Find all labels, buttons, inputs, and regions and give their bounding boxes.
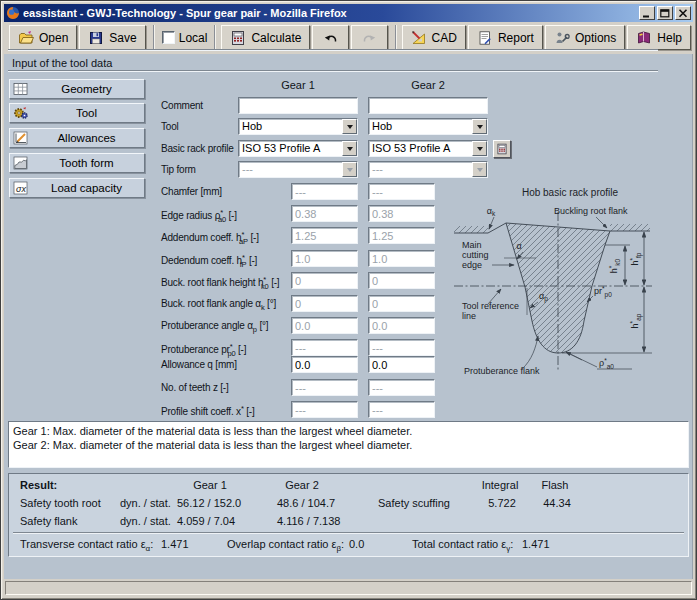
tool-gear2-select[interactable]: Hob [368,118,488,135]
toolbar-separator [395,25,397,50]
comment-gear2-input[interactable] [368,97,488,114]
sidebar-item-tooth-form[interactable]: Tooth form [9,153,145,173]
profile-shift-coeff-gear2-input[interactable] [368,401,435,418]
transverse-contact-ratio-value: 1.471 [161,538,189,550]
buck-root-flank-angle-gear1-input[interactable] [291,295,358,312]
total-contact-ratio-label: Total contact ratio εγ: [412,538,513,553]
sidebar-item-tool[interactable]: Tool [9,103,145,123]
profile-shift-coeff-gear1-input[interactable] [291,401,358,418]
allowance-label: Allowance q [mm] [161,359,237,370]
open-button[interactable]: Open [9,25,77,50]
sidebar-item-label: Tooth form [29,157,144,169]
addendum-coeff-gear2-input[interactable] [368,227,435,244]
calculator-icon [496,143,508,155]
tip-form-gear1-select[interactable]: --- [238,161,358,178]
safety-tooth-root-mode: dyn. / stat. [120,497,171,509]
close-button[interactable] [675,6,691,20]
comment-label: Comment [161,100,203,111]
basic-rack-profile-gear2-select[interactable]: ISO 53 Profile A [368,140,488,157]
buck-root-flank-angle-gear2-input[interactable] [368,295,435,312]
gear-tooth-icon [12,156,29,171]
basic-rack-profile-calculator-button[interactable] [493,140,511,158]
edge-radius-gear2-input[interactable] [368,205,435,222]
sidebar-item-allowances[interactable]: Allowances [9,128,145,148]
save-button[interactable]: Save [79,25,145,50]
allowance-gear2-input[interactable] [368,356,435,373]
options-button[interactable]: Options [545,25,625,50]
app-window: eassistant - GWJ-Technology - Spur gear … [0,0,697,600]
redo-icon [361,30,377,46]
basic-rack-profile-gear1-select[interactable]: ISO 53 Profile A [238,140,358,157]
maximize-button[interactable] [657,6,673,20]
safety-flank-gear1-value: 4.059 / 7.04 [177,515,235,527]
cad-button[interactable]: CAD [402,25,466,50]
redo-button[interactable] [351,25,388,50]
report-label: Report [498,31,534,45]
minimize-button[interactable] [639,6,655,20]
buck-root-flank-height-label: Buck. root flank height h*k0 [-] [161,275,279,291]
result-separator [13,532,684,534]
save-floppy-icon [88,30,104,46]
pencil-chart-icon [12,131,29,146]
page-title: Input of the tool data [12,57,112,69]
result-panel: Result: Gear 1 Gear 2 Integral Flash Saf… [8,473,689,557]
dedendum-coeff-gear1-input[interactable] [291,250,358,267]
help-button[interactable]: Help [627,25,691,50]
dedendum-coeff-label: Dedendum coeff. h*fP [-] [161,253,257,269]
open-label: Open [39,31,68,45]
chamfer-gear1-input[interactable] [291,183,358,200]
report-button[interactable]: Report [468,25,543,50]
safety-tooth-root-label: Safety tooth root [20,497,101,509]
maximize-icon [660,9,670,18]
buckling-root-flank-label: Buckling root flank [554,206,628,216]
sidebar-item-geometry[interactable]: Geometry [9,79,145,99]
overlap-contact-ratio-value: 0.0 [349,538,364,550]
buck-root-flank-height-gear2-input[interactable] [368,272,435,289]
alpha-k-label: αk [487,206,496,217]
undo-button[interactable] [312,25,349,50]
checkbox-box[interactable] [162,31,175,44]
buck-root-flank-height-gear1-input[interactable] [291,272,358,289]
protuberance-angle-gear1-input[interactable] [291,317,358,334]
gear2-column-header: Gear 2 [368,79,488,91]
minimize-icon [642,9,652,18]
sidebar-item-label: Allowances [29,132,144,144]
no-of-teeth-gear2-input[interactable] [368,379,435,396]
result-heading: Result: [20,479,57,491]
firefox-icon [6,6,20,20]
edge-radius-gear1-input[interactable] [291,205,358,222]
page-content: Input of the tool data Geometry Tool All… [4,54,693,579]
message-line: Gear 1: Max. diameter of the material da… [13,425,684,439]
overlap-contact-ratio-label: Overlap contact ratio εβ: [227,538,344,553]
dedendum-coeff-gear2-input[interactable] [368,250,435,267]
local-checkbox[interactable]: Local [162,25,208,50]
save-label: Save [109,31,136,45]
toolbar-separator [153,25,155,50]
form-row: Tool Hob Hob [161,118,692,136]
message-box: Gear 1: Max. diameter of the material da… [8,421,689,468]
safety-tooth-root-gear1-value: 56.12 / 152.0 [177,497,241,509]
chevron-down-icon [472,162,487,177]
alpha-label: α [516,241,521,251]
result-col-flash: Flash [525,479,585,491]
chevron-down-icon [472,141,487,156]
sidebar-item-load-capacity[interactable]: σx Load capacity [9,178,145,198]
comment-gear1-input[interactable] [238,97,358,114]
form-row: Profile shift coeff. x* [-] [161,401,692,419]
protuberance-angle-gear2-input[interactable] [368,317,435,334]
protuberance-gear1-input[interactable] [291,339,358,356]
calculate-label: Calculate [251,31,301,45]
calculate-button[interactable]: Calculate [221,25,310,50]
addendum-coeff-gear1-input[interactable] [291,227,358,244]
tool-gear1-select[interactable]: Hob [238,118,358,135]
protuberance-gear2-input[interactable] [368,339,435,356]
tip-form-gear2-select[interactable]: --- [368,161,488,178]
window-controls [639,6,691,20]
dim-hfp-label: h*fp [629,252,643,265]
header-rule [8,70,658,72]
allowance-gear1-input[interactable] [291,356,358,373]
addendum-coeff-label: Addendum coeff. h*aP [-] [161,230,259,246]
no-of-teeth-gear1-input[interactable] [291,379,358,396]
chamfer-gear2-input[interactable] [368,183,435,200]
window-title: eassistant - GWJ-Technology - Spur gear … [23,7,636,19]
